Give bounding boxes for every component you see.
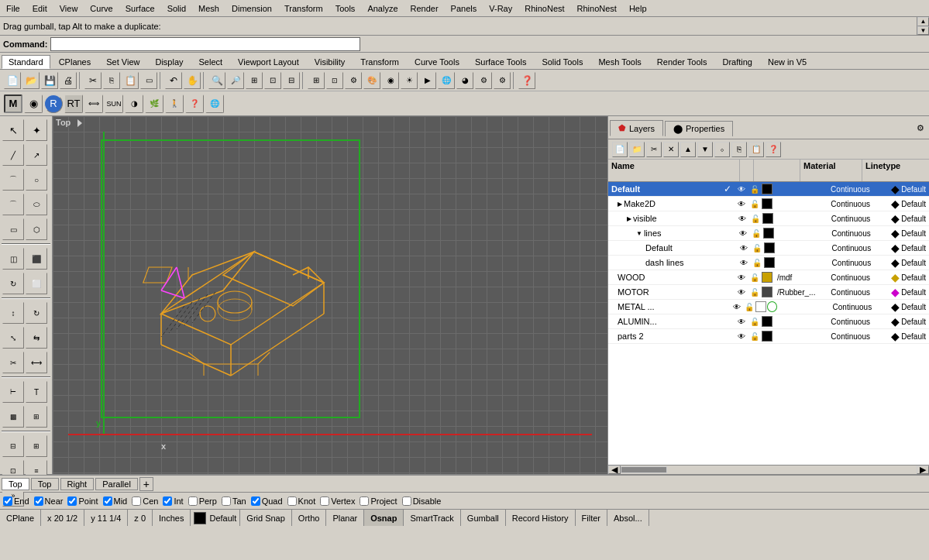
layer-row-default[interactable]: Default ✓ 👁 🔓 Continuous ◆ Default <box>608 182 929 197</box>
panel-tab-layers[interactable]: ⬟ Layers <box>610 120 663 136</box>
layer-row-alumin[interactable]: ALUMIN... 👁 🔓 Continuous ◆Default <box>608 314 929 329</box>
snap-mid-checkbox[interactable] <box>103 496 112 506</box>
layer-color-alumin[interactable] <box>762 316 772 327</box>
snap-near-checkbox[interactable] <box>34 496 43 506</box>
layer-lock-icon-visible[interactable]: 🔓 <box>749 212 762 225</box>
layer-vis-icon-make2d[interactable]: 👁 <box>735 198 748 210</box>
lt-layer[interactable]: ⊟ <box>2 435 24 457</box>
layer-hscrollbar[interactable]: ◀ ▶ <box>608 465 929 474</box>
viewport-menu-arrow[interactable] <box>77 119 82 127</box>
tb-cut[interactable]: ✂ <box>84 72 102 89</box>
layer-color-parts2[interactable] <box>762 331 772 342</box>
snap-tan-checkbox[interactable] <box>222 496 231 506</box>
snap-int-checkbox[interactable] <box>163 496 172 506</box>
layer-lock-icon-ldef[interactable]: 🔓 <box>751 242 763 254</box>
lt-move[interactable]: ↕ <box>2 302 24 324</box>
tab-display[interactable]: Display <box>148 55 190 68</box>
tab-surface-tools[interactable]: Surface Tools <box>468 55 533 68</box>
layer-help-btn[interactable]: ❓ <box>766 142 781 157</box>
viewport-label[interactable]: Top <box>56 118 71 127</box>
sb-inches[interactable]: Inches <box>153 510 191 526</box>
tb2-grass[interactable]: 🌿 <box>145 94 163 113</box>
sb-x[interactable]: x 20 1/2 <box>41 510 84 526</box>
tb-render-preview[interactable]: 🎨 <box>363 72 380 89</box>
tb-help[interactable]: ❓ <box>518 72 535 89</box>
lt-circle[interactable]: ○ <box>26 169 47 191</box>
lt-rotate[interactable]: ↻ <box>26 302 47 324</box>
lt-trim[interactable]: ✂ <box>2 352 24 373</box>
vp-tab-add[interactable]: + <box>139 477 153 491</box>
tb2-sun[interactable]: SUN <box>105 94 123 113</box>
expand-visible[interactable]: ▶ <box>627 215 631 222</box>
lt-mirror[interactable]: ⇆ <box>26 327 47 349</box>
vp-tab-right[interactable]: Right <box>60 478 95 490</box>
viewport[interactable]: Top y x <box>53 116 607 474</box>
tab-setview[interactable]: Set View <box>99 55 146 68</box>
hscroll-left[interactable]: ◀ <box>608 466 621 474</box>
tab-viewport-layout[interactable]: Viewport Layout <box>231 55 306 68</box>
tb-grid[interactable]: ⊞ <box>308 72 325 89</box>
lt-line[interactable]: ╱ <box>2 144 24 166</box>
tb-copy[interactable]: ⎘ <box>103 72 120 89</box>
menu-view[interactable]: View <box>53 2 84 15</box>
menu-surface[interactable]: Surface <box>119 2 161 15</box>
lt-revolve[interactable]: ↻ <box>2 273 24 294</box>
tb-zoom-in[interactable]: 🔍 <box>208 72 225 89</box>
tb-gear1[interactable]: ⚙ <box>475 72 492 89</box>
tb-zoom-sel[interactable]: ⊡ <box>264 72 281 89</box>
menu-render[interactable]: Render <box>404 2 445 15</box>
tb-material[interactable]: ◉ <box>382 72 399 89</box>
panel-tab-properties[interactable]: ⬤ Properties <box>665 121 733 136</box>
sb-grid-snap[interactable]: Grid Snap <box>240 510 292 526</box>
layer-copy-btn[interactable]: ⎘ <box>731 142 747 157</box>
lt-block[interactable]: ⊞ <box>26 406 47 428</box>
layer-down-btn[interactable]: ▼ <box>697 142 713 157</box>
layer-lock-icon-alumin[interactable]: 🔓 <box>748 315 761 328</box>
menu-mesh[interactable]: Mesh <box>192 2 225 15</box>
layer-row-motor[interactable]: MOTOR 👁 🔓 /Rubber_... Continuous ◆Defaul… <box>608 285 929 300</box>
tb-snap[interactable]: ⊡ <box>326 72 343 89</box>
sb-default-layer[interactable]: Default <box>209 514 236 523</box>
layer-color-wood[interactable] <box>762 272 772 283</box>
layer-lock-icon[interactable]: 🔓 <box>748 183 761 195</box>
layer-lock-icon-dash[interactable]: 🔓 <box>751 256 763 269</box>
tab-cplanes[interactable]: CPlanes <box>52 55 98 68</box>
tb-print[interactable]: 🖨 <box>60 72 77 89</box>
tb-gear2[interactable]: ⚙ <box>494 72 511 89</box>
sb-planar[interactable]: Planar <box>326 510 364 526</box>
layer-up-btn[interactable]: ▲ <box>680 142 696 157</box>
sb-cplane[interactable]: CPlane <box>0 510 41 526</box>
tb-prop[interactable]: ⚙ <box>345 72 362 89</box>
layer-row-parts2[interactable]: parts 2 👁 🔓 Continuous ◆Default <box>608 329 929 344</box>
lt-ellipse[interactable]: ⬭ <box>26 194 47 215</box>
snap-vertex-checkbox[interactable] <box>320 496 329 506</box>
layer-color-make2d[interactable] <box>762 198 772 209</box>
layer-row-lines[interactable]: ▼ lines 👁 🔓 Continuous ◆Default <box>608 226 929 241</box>
tb-undo[interactable]: ↶ <box>165 72 182 89</box>
vp-tab-parallel[interactable]: Parallel <box>95 478 138 490</box>
menu-solid[interactable]: Solid <box>161 2 192 15</box>
tab-new-in-v5[interactable]: New in V5 <box>761 55 814 68</box>
layer-row-visible[interactable]: ▶ visible 👁 🔓 Continuous ◆Default <box>608 211 929 226</box>
layer-lock-icon-make2d[interactable]: 🔓 <box>748 198 761 210</box>
tab-mesh-tools[interactable]: Mesh Tools <box>591 55 648 68</box>
sb-record-history[interactable]: Record History <box>506 510 576 526</box>
hscroll-thumb[interactable] <box>621 466 667 473</box>
vp-tab-top1[interactable]: Top <box>2 478 29 490</box>
lt-point[interactable]: ✦ <box>26 119 47 141</box>
menu-transform[interactable]: Transform <box>278 2 329 15</box>
layer-vis-icon-alumin[interactable]: 👁 <box>735 315 748 328</box>
sb-smart-track[interactable]: SmartTrack <box>404 510 460 526</box>
snap-quad-checkbox[interactable] <box>251 496 260 506</box>
menu-tools[interactable]: Tools <box>329 2 362 15</box>
snap-point-checkbox[interactable] <box>67 496 77 506</box>
command-scroll-up[interactable]: ▲ <box>917 17 929 26</box>
lt-polyline[interactable]: ↗ <box>26 144 47 166</box>
lt-extrude[interactable]: ⬛ <box>26 248 47 270</box>
tb2-rt[interactable]: RT <box>64 94 83 113</box>
lt-polygon[interactable]: ⬡ <box>26 218 47 240</box>
tb-render2[interactable]: 🌐 <box>438 72 455 89</box>
layer-vis-icon-wood[interactable]: 👁 <box>735 271 748 283</box>
tab-render-tools[interactable]: Render Tools <box>650 55 714 68</box>
lt-text[interactable]: T <box>26 381 47 403</box>
